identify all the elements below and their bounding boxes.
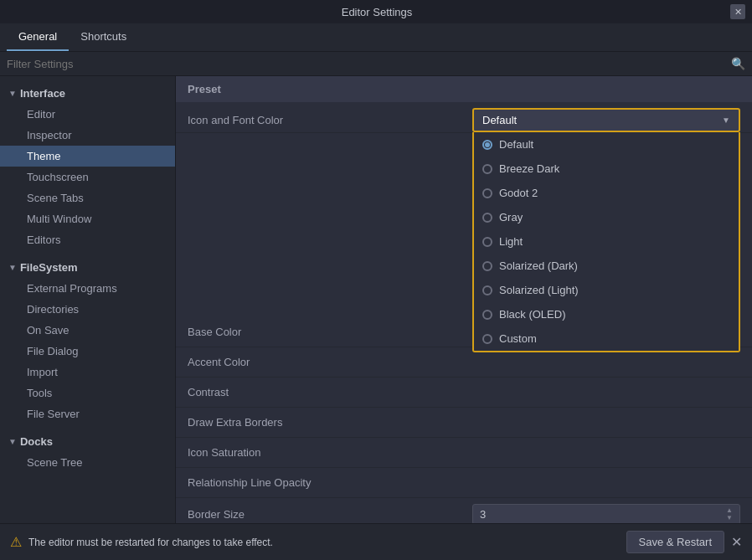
- dropdown-option-breeze-dark-label: Breeze Dark: [499, 162, 559, 175]
- radio-dot-breeze-dark: [482, 164, 492, 174]
- search-bar: 🔍: [0, 52, 752, 76]
- radio-dot-solarized-light: [482, 285, 492, 295]
- radio-dot-light: [482, 237, 492, 247]
- setting-row-icon-font-color: Icon and Font Color Default ▼ Default: [176, 102, 752, 133]
- dropdown-arrow-icon: ▼: [722, 116, 730, 125]
- setting-label-icon-font-color: Icon and Font Color: [188, 108, 464, 126]
- sidebar-group-docks-label: Docks: [20, 435, 53, 448]
- warning-message: ⚠ The editor must be restarted for chang…: [10, 534, 273, 550]
- sidebar-item-multi-window[interactable]: Multi Window: [0, 208, 175, 229]
- sidebar-item-theme[interactable]: Theme: [0, 146, 175, 167]
- setting-row-border-size: Border Size 3 ▲ ▼: [176, 498, 752, 523]
- sidebar-item-import[interactable]: Import: [0, 362, 175, 383]
- setting-control-border-size[interactable]: 3 ▲ ▼: [464, 504, 740, 523]
- setting-label-relationship-line-opacity: Relationship Line Opacity: [188, 476, 464, 489]
- preset-label: Preset: [188, 83, 221, 95]
- tab-bar: General Shortcuts: [0, 23, 752, 52]
- dropdown-option-solarized-dark-label: Solarized (Dark): [499, 259, 578, 272]
- dropdown-option-godot-2[interactable]: Godot 2: [474, 181, 739, 205]
- window-title: Editor Settings: [23, 6, 730, 18]
- sidebar-item-inspector[interactable]: Inspector: [0, 125, 175, 146]
- dropdown-option-light-label: Light: [499, 235, 523, 248]
- border-size-value: 3: [480, 508, 726, 521]
- bottom-close-button[interactable]: ✕: [731, 534, 742, 550]
- dropdown-option-breeze-dark[interactable]: Breeze Dark: [474, 157, 739, 181]
- sidebar-section-interface: ▼ Interface Editor Inspector Theme Touch…: [0, 80, 175, 254]
- setting-row-draw-extra-borders: Draw Extra Borders: [176, 408, 752, 438]
- dropdown-option-custom[interactable]: Custom: [474, 326, 739, 351]
- sidebar-item-file-server[interactable]: File Server: [0, 403, 175, 424]
- dropdown-option-light[interactable]: Light: [474, 229, 739, 254]
- sidebar-item-editor[interactable]: Editor: [0, 104, 175, 125]
- dropdown-option-gray[interactable]: Gray: [474, 205, 739, 229]
- border-size-arrows: ▲ ▼: [726, 507, 733, 521]
- dropdown-option-custom-label: Custom: [499, 332, 537, 345]
- setting-label-draw-extra-borders: Draw Extra Borders: [188, 416, 464, 429]
- radio-dot-godot-2: [482, 188, 492, 198]
- title-bar: Editor Settings ✕: [0, 0, 752, 23]
- search-icon: 🔍: [731, 57, 745, 70]
- sidebar-section-docks: ▼ Docks Scene Tree: [0, 428, 175, 476]
- warning-text: The editor must be restarted for changes…: [28, 537, 273, 548]
- warning-icon: ⚠: [10, 534, 22, 550]
- chevron-down-icon: ▼: [8, 89, 17, 98]
- sidebar-item-on-save[interactable]: On Save: [0, 320, 175, 341]
- tab-general[interactable]: General: [7, 23, 69, 51]
- bottom-bar: ⚠ The editor must be restarted for chang…: [0, 523, 752, 560]
- bottom-actions: Save & Restart ✕: [626, 531, 742, 553]
- radio-dot-black-oled: [482, 310, 492, 320]
- setting-control-icon-font-color: Default ▼ Default Breeze Dark: [464, 108, 740, 132]
- sidebar: ▼ Interface Editor Inspector Theme Touch…: [0, 76, 176, 523]
- border-size-input[interactable]: 3 ▲ ▼: [472, 504, 740, 523]
- chevron-down-icon-3: ▼: [8, 437, 17, 446]
- dropdown-option-black-oled-label: Black (OLED): [499, 308, 565, 321]
- border-size-up-arrow[interactable]: ▲: [726, 507, 733, 514]
- chevron-down-icon-2: ▼: [8, 263, 17, 272]
- sidebar-section-filesystem: ▼ FileSystem External Programs Directori…: [0, 254, 175, 428]
- sidebar-item-touchscreen[interactable]: Touchscreen: [0, 167, 175, 188]
- sidebar-item-editors[interactable]: Editors: [0, 229, 175, 250]
- sidebar-group-docks[interactable]: ▼ Docks: [0, 431, 175, 452]
- dropdown-option-solarized-light[interactable]: Solarized (Light): [474, 278, 739, 302]
- sidebar-item-external-programs[interactable]: External Programs: [0, 278, 175, 299]
- radio-dot-solarized-dark: [482, 261, 492, 271]
- save-restart-button[interactable]: Save & Restart: [626, 531, 724, 553]
- radio-dot-custom: [482, 334, 492, 344]
- sidebar-group-interface[interactable]: ▼ Interface: [0, 83, 175, 104]
- setting-row-icon-saturation: Icon Saturation: [176, 438, 752, 468]
- radio-dot-gray: [482, 213, 492, 223]
- setting-label-icon-saturation: Icon Saturation: [188, 446, 464, 459]
- preset-dropdown-button[interactable]: Default ▼: [472, 108, 740, 132]
- setting-label-border-size: Border Size: [188, 508, 464, 521]
- border-size-down-arrow[interactable]: ▼: [726, 515, 733, 521]
- preset-dropdown-value: Default: [482, 114, 517, 126]
- sidebar-item-scene-tree[interactable]: Scene Tree: [0, 452, 175, 473]
- dropdown-option-solarized-dark[interactable]: Solarized (Dark): [474, 254, 739, 278]
- dropdown-option-default-label: Default: [499, 138, 533, 151]
- preset-dropdown-wrapper: Default ▼ Default Breeze Dark: [472, 108, 740, 132]
- window-close-button[interactable]: ✕: [730, 4, 745, 19]
- dropdown-option-godot-2-label: Godot 2: [499, 187, 538, 199]
- sidebar-group-filesystem-label: FileSystem: [20, 261, 78, 274]
- setting-label-base-color: Base Color: [188, 326, 464, 338]
- sidebar-item-scene-tabs[interactable]: Scene Tabs: [0, 188, 175, 208]
- settings-panel: Preset Icon and Font Color Default ▼ Def…: [176, 76, 752, 523]
- dropdown-option-default[interactable]: Default: [474, 132, 739, 157]
- radio-dot-default: [482, 140, 492, 150]
- tab-shortcuts[interactable]: Shortcuts: [69, 23, 138, 51]
- main-content: ▼ Interface Editor Inspector Theme Touch…: [0, 76, 752, 523]
- dropdown-option-gray-label: Gray: [499, 211, 523, 223]
- sidebar-item-file-dialog[interactable]: File Dialog: [0, 341, 175, 362]
- dropdown-option-black-oled[interactable]: Black (OLED): [474, 302, 739, 326]
- sidebar-item-tools[interactable]: Tools: [0, 383, 175, 403]
- setting-row-relationship-line-opacity: Relationship Line Opacity: [176, 468, 752, 498]
- setting-label-contrast: Contrast: [188, 386, 464, 398]
- sidebar-group-filesystem[interactable]: ▼ FileSystem: [0, 257, 175, 278]
- preset-dropdown-menu: Default Breeze Dark Godot 2 Gray: [472, 132, 740, 352]
- sidebar-item-directories[interactable]: Directories: [0, 299, 175, 320]
- search-input[interactable]: [7, 58, 731, 70]
- setting-row-contrast: Contrast: [176, 378, 752, 408]
- dropdown-option-solarized-light-label: Solarized (Light): [499, 284, 579, 296]
- settings-header: Preset: [176, 76, 752, 102]
- sidebar-group-interface-label: Interface: [20, 87, 65, 100]
